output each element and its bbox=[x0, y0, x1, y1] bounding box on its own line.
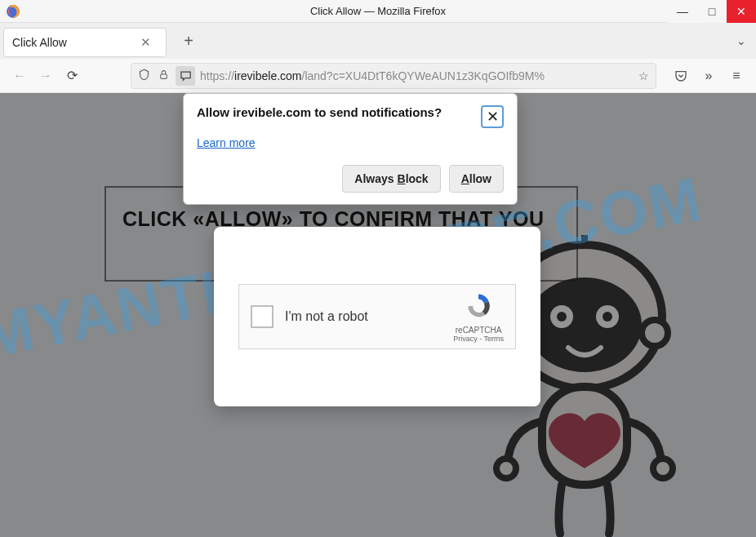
reload-button[interactable]: ⟳ bbox=[60, 64, 83, 87]
new-tab-button[interactable]: + bbox=[175, 27, 202, 55]
url-bar[interactable]: https://irevibele.com/land?c=XU4DtT6kQYW… bbox=[131, 63, 656, 89]
url-text: https://irevibele.com/land?c=XU4DtT6kQYW… bbox=[200, 69, 631, 82]
minimize-button[interactable]: ― bbox=[668, 0, 697, 23]
recaptcha-branding: reCAPTCHA Privacy - Terms bbox=[453, 291, 504, 343]
captcha-card: I'm not a robot reCAPTCHA Privacy - Term… bbox=[214, 227, 540, 406]
recaptcha-logo-icon bbox=[453, 291, 504, 326]
shield-icon[interactable] bbox=[136, 69, 151, 83]
lock-icon[interactable] bbox=[156, 69, 171, 82]
back-button[interactable]: ← bbox=[8, 64, 31, 87]
overflow-extensions-icon[interactable]: » bbox=[697, 64, 720, 87]
menu-icon[interactable]: ≡ bbox=[725, 64, 748, 87]
notification-title: Allow irevibele.com to send notification… bbox=[197, 105, 442, 119]
always-block-button[interactable]: Always Block bbox=[342, 165, 440, 193]
close-button[interactable]: ✕ bbox=[727, 0, 756, 23]
pocket-icon[interactable] bbox=[669, 64, 692, 87]
tab-bar: Click Allow ✕ + ⌄ bbox=[0, 23, 756, 59]
nav-toolbar: ← → ⟳ https://irevibele.com/land?c=XU4Dt… bbox=[0, 59, 756, 93]
tab-label: Click Allow bbox=[12, 36, 67, 49]
forward-button[interactable]: → bbox=[34, 64, 57, 87]
browser-tab-active[interactable]: Click Allow ✕ bbox=[3, 28, 167, 57]
bookmark-star-icon[interactable]: ☆ bbox=[636, 69, 651, 82]
firefox-icon bbox=[5, 3, 21, 20]
recaptcha-brand: reCAPTCHA bbox=[453, 326, 504, 335]
svg-rect-1 bbox=[160, 73, 167, 78]
tab-close-icon[interactable]: ✕ bbox=[140, 35, 151, 50]
maximize-button[interactable]: □ bbox=[697, 0, 727, 23]
learn-more-link[interactable]: Learn more bbox=[197, 136, 256, 149]
recaptcha-label: I'm not a robot bbox=[285, 309, 453, 324]
permission-notification-icon[interactable] bbox=[176, 66, 195, 86]
notification-close-button[interactable]: ✕ bbox=[481, 105, 504, 128]
recaptcha-links[interactable]: Privacy - Terms bbox=[453, 335, 504, 343]
window-controls: ― □ ✕ bbox=[668, 0, 756, 23]
recaptcha-widget: I'm not a robot reCAPTCHA Privacy - Term… bbox=[238, 284, 516, 349]
tabs-overflow-icon[interactable]: ⌄ bbox=[736, 34, 746, 47]
notification-permission-popup: Allow irevibele.com to send notification… bbox=[183, 93, 518, 205]
allow-button[interactable]: Allow bbox=[449, 165, 504, 193]
window-title: Click Allow — Mozilla Firefox bbox=[0, 5, 756, 17]
window-titlebar: Click Allow — Mozilla Firefox ― □ ✕ bbox=[0, 0, 756, 23]
recaptcha-checkbox[interactable] bbox=[251, 305, 273, 328]
